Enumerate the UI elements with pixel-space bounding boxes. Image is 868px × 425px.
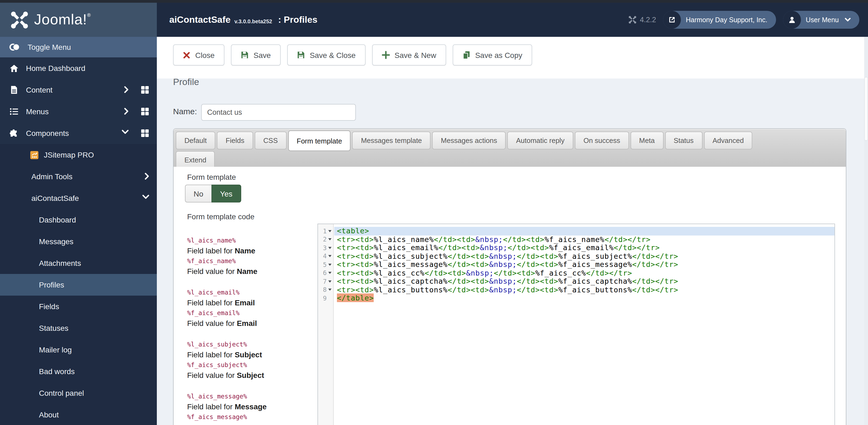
user-menu-button[interactable]: User Menu: [783, 11, 859, 29]
code-line[interactable]: <tr><td>%l_aics_cc%</td><td>&nbsp;</td><…: [334, 269, 834, 277]
sidebar-item-bad-words[interactable]: Bad words: [0, 361, 157, 382]
plus-icon: [381, 51, 390, 59]
sidebar-item-mailer-log[interactable]: Mailer log: [0, 339, 157, 361]
save-icon: [241, 51, 249, 59]
sidebar-item-profiles[interactable]: Profiles: [0, 274, 157, 295]
user-icon: [783, 11, 801, 29]
toggle-yes-button[interactable]: Yes: [212, 185, 241, 202]
save-and-new-button[interactable]: Save & New: [372, 45, 446, 65]
sidebar-toggle-menu[interactable]: Toggle Menu: [0, 37, 157, 57]
macro-description: Field label for Email: [187, 298, 316, 308]
components-submenu: JSitemap PRO Admin Tools aiContactSafe D…: [0, 144, 157, 425]
line-number: 9: [318, 294, 333, 302]
name-label: Name:: [173, 107, 197, 116]
tab-messages-actions[interactable]: Messages actions: [432, 132, 506, 149]
save-icon: [297, 51, 305, 59]
macro-label: %l_aics_message%: [187, 391, 316, 402]
fold-arrow-icon[interactable]: [328, 247, 332, 249]
puzzle-icon: [9, 129, 19, 138]
fold-arrow-icon[interactable]: [328, 289, 332, 291]
grid-icon[interactable]: [141, 86, 149, 94]
code-line[interactable]: </table>: [334, 294, 834, 302]
fold-arrow-icon[interactable]: [328, 238, 332, 240]
joomla-logo-icon: [10, 10, 29, 29]
tab-status[interactable]: Status: [665, 132, 702, 149]
line-number: 1: [318, 227, 333, 235]
code-line[interactable]: <tr><td>%l_aics_subject%</td><td>&nbsp;<…: [334, 252, 834, 260]
sidebar-item-messages[interactable]: Messages: [0, 231, 157, 252]
tab-fields[interactable]: Fields: [217, 132, 253, 149]
sidebar-item-components[interactable]: Components: [0, 122, 157, 144]
page-heading: Profile: [173, 77, 199, 88]
tab-form-template[interactable]: Form template: [288, 131, 351, 151]
tab-automatic-reply[interactable]: Automatic reply: [507, 132, 573, 149]
placeholder-group-name: %l_aics_name% Field label for Name %f_ai…: [187, 235, 316, 277]
chevron-right-icon: [124, 86, 129, 93]
grid-icon[interactable]: [141, 129, 149, 138]
joomla-logo: Joomla!®: [0, 3, 157, 37]
line-number: 4: [318, 252, 333, 260]
name-input[interactable]: [201, 104, 356, 121]
scrollbar-thumb[interactable]: [864, 77, 868, 141]
tab-default[interactable]: Default: [176, 132, 215, 149]
sidebar-item-attachments[interactable]: Attachments: [0, 252, 157, 274]
sidebar-item-fields[interactable]: Fields: [0, 295, 157, 317]
sidebar-item-about[interactable]: About: [0, 404, 157, 425]
tab-row-1: Default Fields CSS Form template Message…: [176, 132, 846, 149]
component-version: v.3.0.0.beta252: [235, 19, 272, 24]
placeholder-group-email: %l_aics_email% Field label for Email %f_…: [187, 287, 316, 329]
fold-arrow-icon[interactable]: [328, 230, 332, 232]
sidebar-item-content[interactable]: Content: [0, 79, 157, 101]
sidebar-item-aicontactsafe[interactable]: aiContactSafe: [0, 187, 157, 209]
sidebar-item-home-dashboard[interactable]: Home Dashboard: [0, 57, 157, 79]
tab-extend[interactable]: Extend: [176, 151, 215, 169]
placeholder-group-message: %l_aics_message% Field label for Message…: [187, 391, 316, 422]
sidebar-item-admin-tools[interactable]: Admin Tools: [0, 166, 157, 187]
close-button[interactable]: Close: [173, 45, 224, 65]
form-template-label: Form template: [187, 173, 236, 181]
save-as-copy-button[interactable]: Save as Copy: [453, 45, 532, 65]
sidebar-item-dashboard[interactable]: Dashboard: [0, 209, 157, 231]
macro-label: %l_aics_email%: [187, 287, 316, 298]
macro-label: %f_aics_message%: [187, 412, 316, 422]
tab-meta[interactable]: Meta: [630, 132, 663, 149]
sidebar-item-control-panel[interactable]: Control panel: [0, 382, 157, 404]
sidebar-item-statuses[interactable]: Statuses: [0, 317, 157, 339]
code-line[interactable]: <table>: [334, 227, 834, 235]
home-icon: [9, 64, 19, 73]
line-number: 7: [318, 277, 333, 286]
component-title: aiContactSafe: [169, 15, 231, 25]
external-link-icon: [663, 11, 681, 29]
code-editor-gutter: 1 2 3 4 5 6 7 8 9: [318, 224, 334, 425]
fold-arrow-icon[interactable]: [328, 280, 332, 283]
code-line[interactable]: <tr><td>%l_aics_name%</td><td>&nbsp;</td…: [334, 235, 834, 244]
tab-css[interactable]: CSS: [255, 132, 286, 149]
file-icon: [9, 86, 19, 94]
tab-advanced[interactable]: Advanced: [704, 132, 752, 149]
joomla-logo-text: Joomla!®: [34, 11, 91, 28]
code-editor[interactable]: 1 2 3 4 5 6 7 8 9 <table> <tr><td>%l_aic…: [317, 224, 835, 425]
code-line[interactable]: <tr><td>%l_aics_email%</td><td>&nbsp;</t…: [334, 244, 834, 252]
site-preview-button[interactable]: Harmony Day Support, Inc.: [663, 11, 776, 29]
code-line[interactable]: <tr><td>%l_aics_captcha%</td><td>&nbsp;<…: [334, 277, 834, 286]
joomla-version-badge: 4.2.2: [628, 16, 656, 24]
page-scrollbar[interactable]: [864, 37, 868, 425]
code-line[interactable]: <tr><td>%l_aics_buttons%</td><td>&nbsp;<…: [334, 286, 834, 294]
save-and-close-button[interactable]: Save & Close: [287, 45, 365, 65]
sidebar-item-menus[interactable]: Menus: [0, 101, 157, 122]
macro-label: %l_aics_subject%: [187, 339, 316, 350]
fold-arrow-icon[interactable]: [328, 264, 332, 266]
grid-icon[interactable]: [141, 107, 149, 116]
sidebar-item-jsitemap-pro[interactable]: JSitemap PRO: [0, 144, 157, 166]
profile-edit-panel: Default Fields CSS Form template Message…: [173, 128, 846, 425]
tab-on-success[interactable]: On success: [575, 132, 629, 149]
fold-arrow-icon[interactable]: [328, 255, 332, 257]
fold-arrow-icon[interactable]: [328, 272, 332, 274]
toggle-no-button[interactable]: No: [185, 185, 212, 202]
tab-messages-template[interactable]: Messages template: [352, 132, 431, 149]
header-right: 4.2.2 Harmony Day Support, Inc.: [628, 3, 859, 37]
code-editor-text[interactable]: <table> <tr><td>%l_aics_name%</td><td>&n…: [334, 224, 834, 425]
code-line[interactable]: <tr><td>%l_aics_message%</td><td>&nbsp;<…: [334, 260, 834, 269]
macro-description: Field label for Message: [187, 402, 316, 412]
save-button[interactable]: Save: [231, 45, 281, 65]
